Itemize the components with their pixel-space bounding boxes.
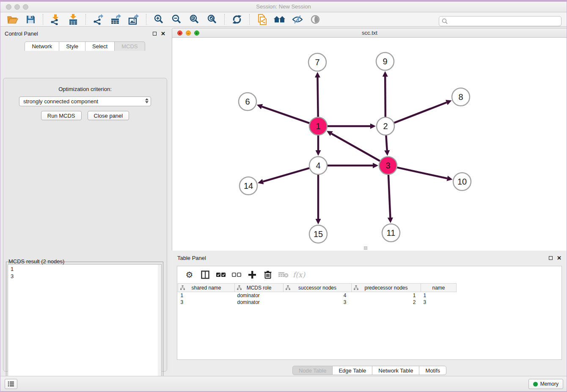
cell-MCDS-role[interactable]: dominator	[235, 299, 284, 306]
close-window-button[interactable]	[6, 4, 11, 10]
float-panel-icon[interactable]	[153, 32, 157, 36]
cell-predecessor-nodes[interactable]: 2	[352, 299, 421, 306]
save-session-icon[interactable]	[22, 13, 39, 26]
table-settings-icon[interactable]: ⚙	[182, 268, 197, 281]
import-network-icon[interactable]	[47, 13, 64, 26]
hierarchy-icon	[237, 285, 242, 290]
column-header-successor-nodes[interactable]: successor nodes	[284, 284, 352, 292]
network-close-icon[interactable]: ×	[177, 30, 182, 36]
function-builder-icon: f(x)	[291, 268, 307, 281]
edge-2-3[interactable]	[386, 135, 387, 150]
split-panel-icon[interactable]	[197, 268, 213, 281]
export-image-icon[interactable]	[125, 13, 143, 26]
edge-1-6[interactable]	[262, 107, 309, 123]
tab-network-table[interactable]: Network Table	[372, 366, 419, 375]
window-title: Session: New Session	[0, 3, 567, 10]
edge-2-8[interactable]	[394, 102, 447, 123]
zoom-out-icon[interactable]	[168, 13, 185, 26]
cell-successor-nodes[interactable]: 3	[284, 299, 352, 306]
cell-name[interactable]: 3	[421, 299, 457, 306]
zoom-selected-icon[interactable]	[203, 13, 221, 26]
grayscale-view-icon[interactable]	[306, 13, 324, 26]
edge-4-14[interactable]	[263, 168, 309, 182]
edge-1-7[interactable]	[317, 77, 318, 117]
mcds-result-list[interactable]: 1 3	[8, 264, 162, 392]
column-header-MCDS-role[interactable]: MCDS role	[235, 284, 284, 292]
edge-2-9[interactable]	[385, 77, 385, 117]
node-label-7: 7	[315, 58, 319, 67]
cell-predecessor-nodes[interactable]: 1	[352, 292, 421, 299]
network-window-titlebar: scc.txt × − +	[172, 28, 567, 38]
network-view-window: scc.txt × − + 7968124314101511	[172, 28, 567, 251]
table-float-panel-icon[interactable]	[549, 256, 553, 260]
search-input[interactable]	[448, 18, 561, 24]
export-table-icon[interactable]	[107, 13, 125, 26]
network-graph: 7968124314101511	[172, 38, 567, 251]
minimize-window-button[interactable]	[14, 4, 20, 10]
edge-3-1[interactable]	[331, 134, 380, 161]
select-all-rows-icon[interactable]	[213, 268, 228, 281]
refresh-layout-icon[interactable]	[228, 13, 246, 26]
tab-network[interactable]: Network	[25, 41, 59, 51]
tab-mcds[interactable]: MCDS	[114, 41, 145, 51]
cell-successor-nodes[interactable]: 4	[284, 292, 352, 299]
control-panel: Control Panel ✕ Network Style Select MCD…	[0, 28, 170, 375]
memory-status-icon	[533, 382, 538, 386]
deselect-all-rows-icon[interactable]	[228, 268, 244, 281]
reset-view-icon[interactable]	[271, 13, 289, 26]
tab-select[interactable]: Select	[85, 41, 115, 51]
tab-node-table[interactable]: Node Table	[292, 366, 333, 375]
node-label-11: 11	[387, 228, 396, 237]
table-row[interactable]: 1dominator411	[178, 292, 561, 299]
network-maximize-icon[interactable]: +	[194, 30, 199, 36]
zoom-in-icon[interactable]	[150, 13, 168, 26]
node-label-9: 9	[383, 57, 387, 66]
add-column-icon[interactable]	[244, 268, 260, 281]
cell-shared-name[interactable]: 1	[178, 292, 235, 299]
cell-MCDS-role[interactable]: dominator	[235, 292, 284, 299]
tab-motifs[interactable]: Motifs	[419, 366, 446, 375]
table-row[interactable]: 3dominator323	[178, 299, 561, 306]
table-panel: Table Panel ✕ ⚙ f(x)	[172, 252, 567, 375]
cell-shared-name[interactable]: 3	[178, 299, 235, 306]
canvas-scroll-thumb[interactable]	[364, 246, 367, 250]
select-chevrons-icon	[145, 98, 149, 103]
zoom-window-button[interactable]	[23, 4, 28, 10]
mcds-result-title: MCDS result (2 nodes)	[8, 258, 66, 265]
node-label-8: 8	[458, 92, 463, 102]
close-panel-button[interactable]: Close panel	[88, 111, 129, 120]
close-panel-icon[interactable]: ✕	[161, 31, 165, 36]
table-close-panel-icon[interactable]: ✕	[557, 255, 561, 261]
cell-name[interactable]: 1	[421, 292, 457, 299]
network-minimize-icon[interactable]: −	[186, 30, 191, 36]
run-mcds-button[interactable]: Run MCDS	[41, 111, 82, 120]
edge-3-11[interactable]	[388, 175, 390, 218]
result-scrollbar[interactable]	[158, 265, 161, 392]
task-history-button[interactable]	[5, 379, 17, 389]
network-canvas[interactable]: 7968124314101511	[172, 38, 567, 251]
table-tabs: Node TableEdge TableNetwork TableMotifs	[172, 366, 567, 375]
table-panel-title: Table Panel	[177, 255, 549, 261]
delete-columns-icon[interactable]	[260, 268, 275, 281]
hierarchy-icon	[286, 285, 290, 290]
node-label-15: 15	[314, 229, 323, 239]
hierarchy-icon	[354, 285, 358, 290]
tab-style[interactable]: Style	[59, 41, 85, 51]
criterion-select-value: strongly connected component	[23, 98, 98, 105]
criterion-select[interactable]: strongly connected component	[19, 97, 151, 106]
column-header-shared-name[interactable]: shared name	[178, 284, 235, 292]
memory-button[interactable]: Memory	[528, 379, 563, 389]
edge-3-10[interactable]	[397, 168, 447, 179]
export-network-icon[interactable]	[89, 13, 107, 26]
open-file-icon[interactable]	[4, 13, 22, 26]
list-icon	[8, 381, 14, 387]
import-table-icon[interactable]	[64, 13, 82, 26]
column-header-name[interactable]: name	[421, 284, 457, 292]
column-header-predecessor-nodes[interactable]: predecessor nodes	[352, 284, 421, 292]
duplicate-network-icon[interactable]	[253, 13, 271, 26]
zoom-fit-icon[interactable]	[185, 13, 203, 26]
memory-label: Memory	[540, 381, 559, 387]
show-hide-style-icon[interactable]	[289, 13, 306, 26]
tab-edge-table[interactable]: Edge Table	[332, 366, 372, 375]
optimization-criterion-label: Optimization criterion:	[3, 86, 167, 92]
